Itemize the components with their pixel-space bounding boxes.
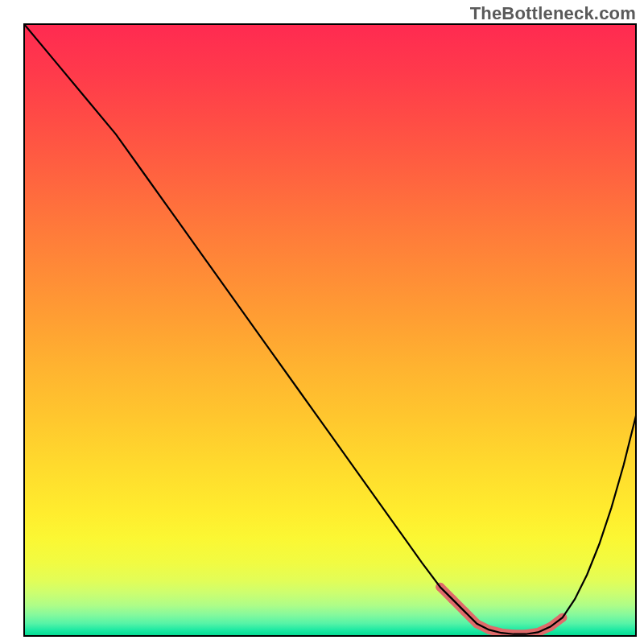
- gradient-background: [24, 24, 636, 636]
- watermark-text: TheBottleneck.com: [470, 3, 636, 24]
- chart-container: TheBottleneck.com: [0, 0, 644, 644]
- bottleneck-chart: [0, 0, 644, 644]
